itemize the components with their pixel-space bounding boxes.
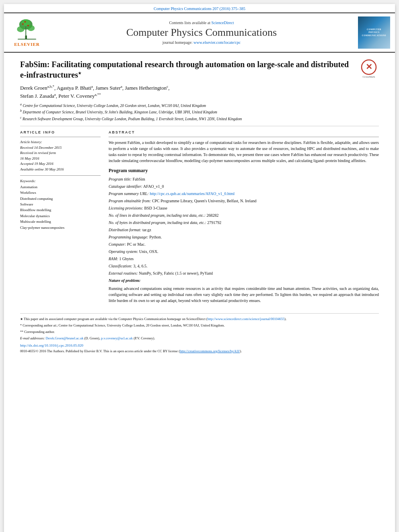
email2-link[interactable]: p.v.coveney@ucl.ac.uk bbox=[101, 336, 133, 340]
paper-title-text: FabSim: Facilitating computational resea… bbox=[20, 59, 355, 80]
ram-line: RAM: 1 Gbytes bbox=[109, 256, 379, 262]
page: Computer Physics Communications 207 (201… bbox=[4, 4, 395, 532]
keyword-multiscale: Multiscale modelling bbox=[20, 220, 51, 224]
abstract-divider bbox=[109, 137, 379, 137]
obtainable-line: Program obtainable from: CPC Programme L… bbox=[109, 198, 379, 204]
doi-line: http://dx.doi.org/10.1016/j.cpc.2016.05.… bbox=[20, 343, 379, 347]
corresponding1-footnote: * Corresponding author at:; Centre for C… bbox=[20, 323, 379, 328]
svg-text:✕: ✕ bbox=[366, 62, 372, 71]
left-column: ARTICLE INFO Article history: Received 1… bbox=[20, 130, 101, 304]
url-line: Program summary URL: http://cpc.cs.qub.a… bbox=[109, 191, 379, 197]
svg-point-6 bbox=[22, 23, 24, 25]
prog-lang-line: Programming language: Python. bbox=[109, 234, 379, 240]
journal-title: Computer Physics Communications bbox=[49, 27, 354, 39]
svg-point-3 bbox=[17, 26, 24, 32]
crossmark-text: CrossMark bbox=[362, 75, 375, 78]
article-info-label: ARTICLE INFO bbox=[20, 130, 101, 134]
affiliations: a Centre for Computational Science, Univ… bbox=[20, 102, 379, 122]
section-divider bbox=[20, 126, 379, 126]
paper-title-section: FabSim: Facilitating computational resea… bbox=[20, 59, 379, 80]
keyword-bloodflow: Bloodflow modelling bbox=[20, 208, 51, 212]
svg-point-7 bbox=[27, 25, 29, 26]
authors-line: Derek Groena,b,*, Agastya P. Bhatia, Jam… bbox=[20, 84, 379, 100]
email-footnote: E-mail addresses: Derek.Groen@brunel.ac.… bbox=[20, 336, 379, 341]
keywords-divider bbox=[20, 175, 101, 176]
svg-rect-0 bbox=[25, 35, 27, 39]
right-column: ABSTRACT We present FabSim, a toolkit de… bbox=[109, 130, 379, 304]
bytes-line: No. of bytes in distributed program, inc… bbox=[109, 220, 379, 226]
nature-label: Nature of problem: bbox=[109, 277, 379, 284]
os-line: Operating system: Unix, OSX. bbox=[109, 249, 379, 255]
elsevier-logo: ELSEVIER bbox=[9, 19, 45, 47]
star-footnote: ★ This paper and its associated computer… bbox=[20, 317, 379, 322]
nature-text: Running advanced computations using remo… bbox=[109, 286, 379, 304]
elsevier-tree-icon bbox=[13, 19, 41, 41]
corresponding2-footnote: ** Corresponding author. bbox=[20, 330, 379, 335]
cpc-logo-text: COMPUTERPHYSICSCOMMUNICATIONS bbox=[362, 28, 386, 37]
journal-homepage: journal homepage: www.elsevier.com/locat… bbox=[49, 40, 354, 45]
elsevier-label: ELSEVIER bbox=[14, 42, 40, 47]
program-url-link[interactable]: http://cpc.cs.qub.ac.uk/summaries/AFAO_v… bbox=[150, 191, 234, 196]
cpc-logo: COMPUTERPHYSICSCOMMUNICATIONS bbox=[358, 16, 390, 49]
journal-homepage-link[interactable]: www.elsevier.com/locate/cpc bbox=[193, 40, 241, 45]
keywords-section: Keywords: Automation Workflows Distribut… bbox=[20, 178, 101, 230]
affiliation-c: c Research Software Development Group, U… bbox=[20, 115, 379, 122]
external-line: External routines: NumPy, SciPy, Fabric … bbox=[109, 270, 379, 277]
classification-line: Classification: 3, 4, 6.5. bbox=[109, 263, 379, 269]
keyword-molecular: Molecular dynamics bbox=[20, 214, 50, 218]
journal-header: ELSEVIER Contents lists available at Sci… bbox=[4, 12, 395, 53]
abstract-text: We present FabSim, a toolkit developed t… bbox=[109, 140, 379, 164]
program-title-line: Program title: FabSim bbox=[109, 176, 379, 183]
contents-available-line: Contents lists available at ScienceDirec… bbox=[49, 21, 354, 25]
keywords-label: Keywords: bbox=[20, 179, 36, 183]
crossmark-logo: ✕ CrossMark bbox=[359, 59, 379, 78]
paper-title: FabSim: Facilitating computational resea… bbox=[20, 59, 355, 80]
svg-rect-9 bbox=[18, 39, 36, 39]
affiliation-a: a Centre for Computational Science, Univ… bbox=[20, 102, 379, 109]
email1-link[interactable]: Derek.Groen@brunel.ac.uk bbox=[45, 336, 83, 340]
cpc-logo-box: COMPUTERPHYSICSCOMMUNICATIONS bbox=[358, 16, 390, 49]
article-history: Article history: Received 14 December 20… bbox=[20, 140, 101, 172]
lines-line: No. of lines in distributed program, inc… bbox=[109, 212, 379, 219]
science-direct-link[interactable]: ScienceDirect bbox=[211, 21, 234, 25]
catalogue-line: Catalogue identifier: AFAO_v1_0 bbox=[109, 183, 379, 190]
journal-ref-bar: Computer Physics Communications 207 (201… bbox=[4, 4, 395, 12]
dist-format-line: Distribution format: tar.gz bbox=[109, 227, 379, 233]
copyright-line: 0010-4655/© 2016 The Authors. Published … bbox=[20, 349, 379, 354]
journal-reference: Computer Physics Communications 207 (201… bbox=[154, 6, 245, 11]
abstract-label: ABSTRACT bbox=[109, 130, 379, 134]
affiliation-b: b Department of Computer Science, Brunel… bbox=[20, 109, 379, 115]
keyword-distributed: Distributed computing bbox=[20, 197, 53, 201]
crossmark-icon: ✕ bbox=[361, 59, 377, 75]
keyword-clay: Clay-polymer nanocomposites bbox=[20, 226, 64, 230]
keyword-automation: Automation bbox=[20, 185, 37, 189]
computer-line: Computer: PC or Mac. bbox=[109, 241, 379, 248]
paper-content: FabSim: Facilitating computational resea… bbox=[4, 53, 395, 308]
doi-link[interactable]: http://dx.doi.org/10.1016/j.cpc.2016.05.… bbox=[20, 343, 83, 347]
cc-license-link[interactable]: http://creativecommons.org/licenses/by/4… bbox=[180, 349, 240, 353]
program-summary-title: Program summary bbox=[109, 168, 379, 174]
footer-section: ★ This paper and its associated computer… bbox=[20, 313, 379, 353]
svg-point-5 bbox=[21, 19, 30, 25]
sciencedirect-footnote-link[interactable]: http://www.sciencedirect.com/science/jou… bbox=[208, 317, 285, 321]
keyword-software: Software bbox=[20, 202, 33, 206]
svg-point-8 bbox=[25, 21, 26, 23]
two-column-layout: ARTICLE INFO Article history: Received 1… bbox=[20, 130, 379, 304]
keyword-workflows: Workflows bbox=[20, 191, 36, 195]
journal-center-info: Contents lists available at ScienceDirec… bbox=[49, 21, 354, 45]
article-info-divider bbox=[20, 137, 101, 137]
licensing-line: Licensing provisions: BSD 3-Clause bbox=[109, 205, 379, 212]
